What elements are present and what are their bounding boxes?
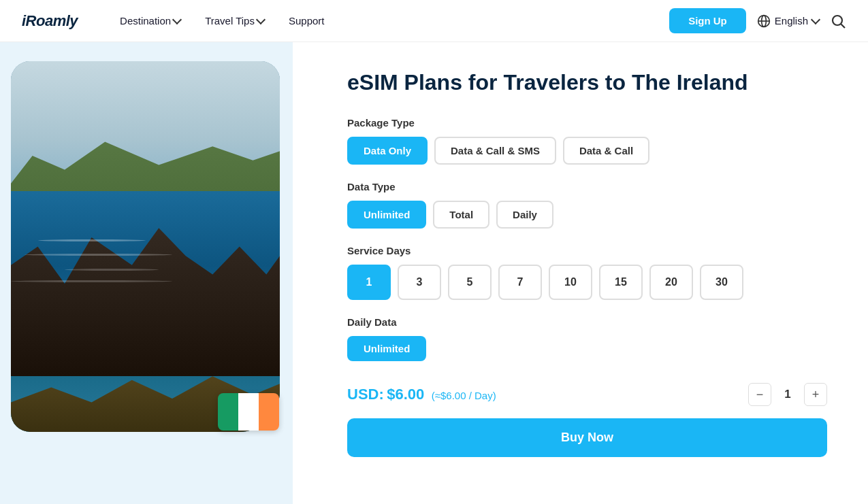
data-type-total[interactable]: Total: [433, 201, 489, 229]
daily-data-value: Unlimited: [347, 336, 426, 361]
package-data-call-sms[interactable]: Data & Call & SMS: [434, 137, 556, 165]
price-currency: USD:: [347, 386, 384, 403]
language-selector[interactable]: English: [757, 14, 819, 28]
flag-orange-stripe: [259, 393, 279, 431]
nav-destination[interactable]: Destination: [110, 10, 190, 32]
globe-icon: [757, 14, 771, 28]
qty-increase-button[interactable]: +: [804, 383, 827, 406]
qty-value: 1: [779, 388, 796, 401]
day-30[interactable]: 30: [700, 265, 743, 300]
buy-now-button[interactable]: Buy Now: [347, 418, 827, 457]
service-days-label: Service Days: [347, 245, 827, 256]
data-type-daily[interactable]: Daily: [496, 201, 553, 229]
qty-decrease-button[interactable]: −: [748, 383, 771, 406]
package-data-call[interactable]: Data & Call: [563, 137, 649, 165]
package-type-section: Package Type Data Only Data & Call & SMS…: [347, 117, 827, 165]
waves: [11, 228, 280, 302]
svg-line-4: [841, 24, 846, 28]
day-3[interactable]: 3: [398, 265, 441, 300]
hero-image-area: [0, 42, 293, 504]
service-days-section: Service Days 1 3 5 7 10 15 20 30: [347, 245, 827, 300]
cliff-scene: [11, 61, 280, 432]
navigation: iRoamly Destination Travel Tips Support …: [0, 0, 868, 42]
signup-button[interactable]: Sign Up: [669, 8, 746, 33]
main-content: eSIM Plans for Travelers to The Ireland …: [0, 42, 868, 504]
package-type-label: Package Type: [347, 117, 827, 129]
package-type-options: Data Only Data & Call & SMS Data & Call: [347, 137, 827, 165]
svg-point-3: [833, 16, 842, 25]
day-15[interactable]: 15: [599, 265, 643, 300]
logo[interactable]: iRoamly: [22, 12, 78, 30]
day-5[interactable]: 5: [448, 265, 492, 300]
data-type-unlimited[interactable]: Unlimited: [347, 201, 426, 229]
chevron-down-icon: [172, 15, 182, 24]
country-image: [11, 61, 280, 432]
quantity-control: − 1 +: [748, 383, 827, 406]
flag-green-stripe: [218, 393, 238, 431]
price-row: USD: $6.00 (≈$6.00 / Day) − 1 +: [347, 383, 827, 406]
chevron-down-icon: [256, 15, 266, 24]
price-per-day: (≈$6.00 / Day): [432, 390, 496, 401]
ireland-flag: [218, 393, 279, 431]
daily-data-section: Daily Data Unlimited: [347, 316, 827, 361]
data-type-section: Data Type Unlimited Total Daily: [347, 181, 827, 229]
product-details: eSIM Plans for Travelers to The Ireland …: [293, 42, 868, 504]
data-type-label: Data Type: [347, 181, 827, 192]
search-icon[interactable]: [830, 13, 846, 29]
price-amount: $6.00: [387, 386, 424, 403]
chevron-down-icon: [811, 15, 820, 24]
package-data-only[interactable]: Data Only: [347, 137, 428, 165]
day-20[interactable]: 20: [649, 265, 693, 300]
nav-support[interactable]: Support: [279, 10, 334, 32]
page-title: eSIM Plans for Travelers to The Ireland: [347, 69, 827, 95]
day-10[interactable]: 10: [549, 265, 592, 300]
flag-white-stripe: [238, 393, 259, 431]
service-days-options: 1 3 5 7 10 15 20 30: [347, 265, 827, 300]
price-display: USD: $6.00 (≈$6.00 / Day): [347, 386, 496, 403]
nav-travel-tips[interactable]: Travel Tips: [195, 10, 274, 32]
daily-data-label: Daily Data: [347, 316, 827, 328]
day-7[interactable]: 7: [498, 265, 542, 300]
day-1[interactable]: 1: [347, 265, 391, 300]
data-type-options: Unlimited Total Daily: [347, 201, 827, 229]
